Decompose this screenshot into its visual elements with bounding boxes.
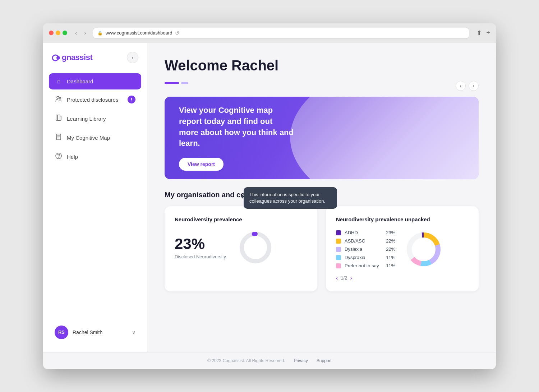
url-bar[interactable]: 🔒 www.cognassist.com/dashboard ↺: [93, 28, 470, 38]
dyslexia-dot: [336, 247, 341, 252]
reload-button[interactable]: ↺: [175, 30, 179, 36]
sidebar-item-learning-library[interactable]: Learning Library: [49, 110, 141, 128]
user-name: Rachel Smith: [73, 329, 102, 335]
neurodiversity-prevalence-card: Neurodiversity prevalence 23% Disclosed …: [165, 206, 317, 291]
neurodiversity-unpacked-card: Neurodiversity prevalence unpacked ADHD …: [326, 206, 479, 291]
adhd-pct: 23%: [382, 230, 395, 235]
legend-item-prefer-not-say: Prefer not to say 11%: [336, 263, 395, 268]
dyspraxia-dot: [336, 255, 341, 260]
sidebar-item-cognitive-map-label: My Cognitive Map: [67, 135, 110, 141]
svg-point-11: [242, 234, 269, 261]
carousel-prev-button[interactable]: ‹: [456, 81, 466, 91]
unpacked-chart-area: ADHD 23% ASD/ASC 22%: [336, 230, 469, 269]
adhd-dot: [336, 230, 341, 235]
pagination-prev[interactable]: ‹: [336, 275, 338, 281]
org-section-header: My organisation and colleagues ? This in…: [165, 191, 479, 199]
unpacked-donut-chart: [404, 230, 443, 269]
dyspraxia-pct: 11%: [382, 255, 395, 260]
user-avatar: RS: [55, 326, 68, 339]
stats-row: Neurodiversity prevalence 23% Disclosed …: [165, 206, 479, 291]
pagination-next[interactable]: ›: [350, 275, 352, 281]
legend-item-adhd: ADHD 23%: [336, 230, 395, 235]
chevron-down-icon: ∨: [132, 329, 135, 335]
sidebar-item-dashboard-label: Dashboard: [67, 78, 93, 84]
asd-label: ASD/ASC: [345, 238, 379, 244]
dyspraxia-label: Dyspraxia: [345, 255, 379, 260]
main-content: Welcome Rachel ‹ ›: [147, 43, 496, 352]
notification-badge: !: [128, 96, 135, 103]
footer-privacy-link[interactable]: Privacy: [294, 358, 308, 363]
sidebar-item-dashboard[interactable]: ⌂ Dashboard: [49, 73, 141, 89]
document-icon: [55, 133, 63, 142]
asd-dot: [336, 239, 341, 244]
legend-pagination: ‹ 1/2 ›: [336, 275, 469, 281]
window-controls: [49, 31, 67, 35]
close-dot[interactable]: [49, 31, 54, 35]
prefer-not-say-pct: 11%: [382, 263, 395, 268]
carousel-dots: [165, 82, 188, 84]
logo-co: gnassist: [52, 53, 92, 62]
carousel-dot-inactive: [181, 82, 188, 84]
sidebar-item-help[interactable]: Help: [49, 148, 141, 166]
browser-toolbar: ‹ › 🔒 www.cognassist.com/dashboard ↺ ⬆ +: [43, 23, 496, 43]
svg-point-1: [56, 56, 60, 60]
sidebar-item-cognitive-map[interactable]: My Cognitive Map: [49, 129, 141, 147]
prevalence-donut-chart: [238, 230, 273, 266]
view-report-button[interactable]: View report: [179, 158, 224, 171]
prevalence-card-title: Neurodiversity prevalence: [175, 216, 307, 222]
sidebar-item-protected-disclosures[interactable]: Protected disclosures !: [49, 91, 141, 109]
app-footer: © 2023 Cognassist. All Rights Reserved. …: [43, 352, 496, 369]
help-circle-icon: [55, 152, 63, 161]
svg-rect-4: [56, 115, 60, 120]
svg-point-2: [57, 96, 59, 98]
forward-button[interactable]: ›: [82, 29, 88, 37]
new-tab-button[interactable]: +: [486, 29, 490, 37]
sidebar-item-learning-library-label: Learning Library: [67, 116, 106, 122]
carousel-header: ‹ ›: [165, 81, 479, 91]
home-icon: ⌂: [55, 78, 63, 85]
collapse-sidebar-button[interactable]: ‹: [127, 52, 138, 63]
share-button[interactable]: ⬆: [476, 29, 482, 37]
prevalence-label: Disclosed Neurodiversity: [175, 254, 226, 259]
footer-copyright: © 2023 Cognassist. All Rights Reserved.: [207, 358, 285, 363]
svg-point-7: [58, 157, 59, 158]
asd-pct: 22%: [382, 238, 395, 244]
sidebar-item-protected-disclosures-label: Protected disclosures: [67, 97, 118, 103]
legend-item-dyspraxia: Dyspraxia 11%: [336, 255, 395, 260]
pagination-info: 1/2: [341, 275, 347, 281]
carousel-next-button[interactable]: ›: [469, 81, 479, 91]
chevron-left-icon: ‹: [132, 55, 134, 60]
legend-item-dyslexia: Dyslexia 22%: [336, 246, 395, 252]
sidebar: gnassist ‹ ⌂ Dashboard: [43, 43, 147, 352]
unpacked-card-title: Neurodiversity prevalence unpacked: [336, 216, 469, 222]
carousel-nav: ‹ ›: [456, 81, 479, 91]
logo: gnassist: [52, 53, 92, 62]
maximize-dot[interactable]: [63, 31, 67, 35]
lock-icon: 🔒: [97, 31, 103, 36]
users-icon: [55, 95, 63, 104]
nav-menu: ⌂ Dashboard Protected disclosures: [49, 73, 141, 321]
url-text: www.cognassist.com/dashboard: [106, 30, 172, 36]
hero-content: View your Cognitive map report today and…: [165, 97, 308, 179]
logo-area: gnassist ‹: [49, 52, 141, 63]
prevalence-stats: 23% Disclosed Neurodiversity: [175, 235, 226, 259]
hero-banner: View your Cognitive map report today and…: [165, 97, 479, 179]
minimize-dot[interactable]: [56, 31, 60, 35]
prevalence-percentage: 23%: [175, 235, 226, 253]
user-menu[interactable]: RS Rachel Smith ∨: [49, 321, 141, 343]
adhd-label: ADHD: [345, 230, 379, 235]
hero-bg: [290, 97, 479, 179]
donut-section: 23% Disclosed Neurodiversity: [175, 230, 307, 266]
hero-text: View your Cognitive map report today and…: [179, 105, 294, 149]
browser-window: ‹ › 🔒 www.cognassist.com/dashboard ↺ ⬆ +: [43, 23, 496, 369]
prefer-not-say-dot: [336, 263, 341, 268]
prefer-not-say-label: Prefer not to say: [345, 263, 379, 268]
browser-nav: ‹ ›: [73, 29, 88, 37]
back-button[interactable]: ‹: [73, 29, 79, 37]
page-title: Welcome Rachel: [165, 57, 479, 74]
sidebar-item-help-label: Help: [67, 154, 78, 160]
svg-point-3: [59, 97, 61, 99]
org-tooltip: This information is specific to your col…: [244, 187, 337, 209]
footer-support-link[interactable]: Support: [317, 358, 332, 363]
carousel-dot-active: [165, 82, 179, 84]
